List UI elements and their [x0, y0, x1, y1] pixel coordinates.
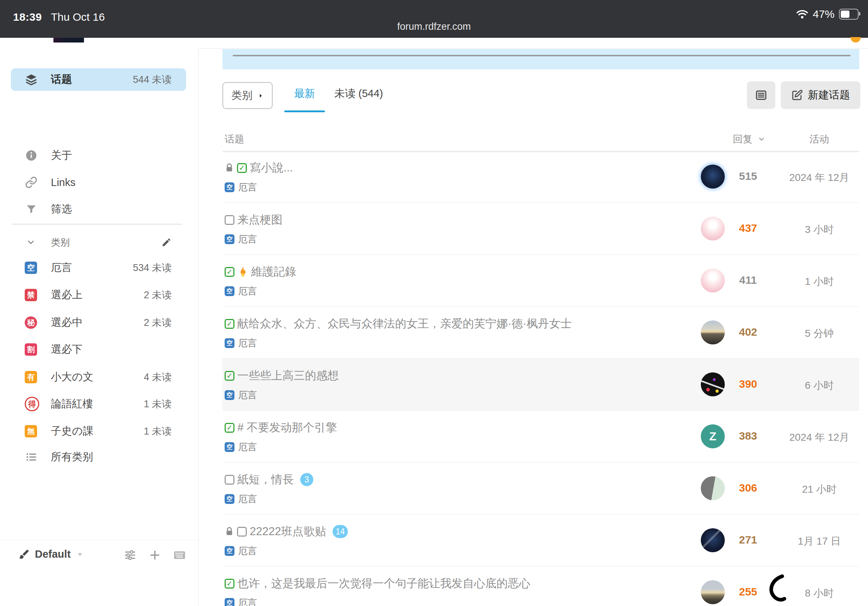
category-emoji-badge: 空: [225, 286, 234, 296]
column-replies-sort[interactable]: 回复: [722, 133, 773, 146]
plus-icon[interactable]: [149, 549, 161, 561]
topic-title[interactable]: # 不要发动那个引擎: [237, 420, 337, 435]
reply-count[interactable]: 437: [722, 222, 773, 234]
fire-icon: [237, 266, 248, 278]
edit-categories-icon[interactable]: [161, 237, 172, 247]
topic-title[interactable]: 寫小說...: [250, 160, 293, 175]
category-emoji-badge: 割: [25, 343, 37, 356]
sliders-icon[interactable]: [124, 549, 136, 561]
topic-category[interactable]: 空 厄言: [225, 389, 257, 402]
solved-checkbox-icon: ✓: [225, 319, 234, 329]
status-bar: 18:39 Thu Oct 16 forum.rdfzer.com 47%: [0, 0, 868, 38]
app-header: [0, 38, 868, 49]
reply-count[interactable]: 411: [722, 274, 773, 286]
banner-divider: [232, 55, 851, 56]
unread-posts-badge[interactable]: 3: [300, 473, 313, 486]
pinned-banner[interactable]: [222, 49, 859, 70]
theme-selector[interactable]: Default: [18, 548, 84, 560]
avatar[interactable]: [701, 216, 725, 241]
topic-row[interactable]: ✓ 寫小說... 空 厄言 515 2024 年 12月: [222, 151, 859, 203]
reply-count[interactable]: 306: [722, 482, 773, 494]
user-avatar[interactable]: [851, 37, 861, 43]
topic-category[interactable]: 空 厄言: [225, 181, 257, 194]
activity-time: 5 分钟: [772, 327, 866, 340]
topic-row[interactable]: ✓ 維護記錄 空 厄言 411 1 小时: [222, 255, 859, 307]
topic-row[interactable]: 紙短，情長 3 空 厄言 306 21 小时: [222, 462, 859, 515]
sidebar-item-topics[interactable]: 话题 544 未读: [11, 68, 186, 91]
topic-title[interactable]: 維護記錄: [251, 264, 296, 279]
reply-count[interactable]: 383: [722, 430, 773, 442]
topic-category[interactable]: 空 厄言: [225, 337, 257, 349]
category-filter-dropdown[interactable]: 类别: [222, 82, 273, 109]
site-logo[interactable]: [53, 38, 84, 43]
avatar-letter: Z: [709, 430, 716, 443]
sidebar-item-about[interactable]: 关于: [11, 144, 186, 167]
url-bar[interactable]: forum.rdfzer.com: [0, 21, 868, 32]
topic-title[interactable]: 22222班点歌贴: [250, 524, 326, 539]
avatar[interactable]: [701, 580, 725, 604]
topic-row[interactable]: 22222班点歌贴 14 空 厄言 271 1月 17 日: [222, 515, 859, 566]
keyboard-icon[interactable]: [174, 549, 186, 561]
sidebar-category-item[interactable]: 禁 選必上 2 未读: [11, 284, 186, 306]
topic-row[interactable]: ✓ 一些些上高三的感想 空 厄言 390 6 小时: [222, 359, 859, 411]
list-view-toggle-button[interactable]: [747, 81, 775, 109]
topic-title[interactable]: 也许，这是我最后一次觉得一个句子能让我发自心底的恶心: [237, 576, 530, 591]
topic-category[interactable]: 空 厄言: [225, 493, 257, 506]
avatar[interactable]: [701, 476, 725, 500]
avatar[interactable]: Z: [701, 424, 725, 448]
avatar[interactable]: [701, 269, 725, 292]
topic-title[interactable]: 来点梗图: [237, 212, 282, 227]
topic-category[interactable]: 空 厄言: [225, 544, 257, 557]
unsolved-checkbox-icon: [225, 215, 234, 225]
topic-category[interactable]: 空 厄言: [225, 441, 257, 453]
battery-icon: [839, 9, 859, 20]
chevron-down-icon: [758, 135, 766, 143]
solved-checkbox-icon: ✓: [225, 579, 234, 589]
topic-category[interactable]: 空 厄言: [225, 597, 257, 606]
avatar[interactable]: [701, 165, 725, 189]
pen-scribble-mark: [763, 574, 789, 606]
layers-icon: [25, 73, 38, 86]
reply-count[interactable]: 515: [722, 170, 773, 182]
category-emoji-badge: 空: [225, 442, 234, 452]
sidebar-category-item[interactable]: 割 選必下: [11, 338, 186, 361]
tab-latest[interactable]: 最新: [285, 87, 324, 101]
sidebar-item-all-categories[interactable]: 所有类别: [11, 446, 186, 468]
topic-title[interactable]: 献给众水、众方、众民与众律法的女王，亲爱的芙宁娜·德·枫丹女士: [237, 316, 572, 331]
unread-count: 544 未读: [133, 73, 172, 86]
topic-row[interactable]: ✓ # 不要发动那个引擎 空 厄言 Z 383 2024 年 12月: [222, 411, 859, 462]
topic-category[interactable]: 空 厄言: [225, 285, 257, 298]
avatar[interactable]: [701, 528, 725, 552]
categories-section-header[interactable]: 类别: [11, 232, 186, 253]
sidebar-category-item[interactable]: 空 厄言 534 未读: [11, 257, 186, 279]
topic-row[interactable]: 来点梗图 空 厄言 437 3 小时: [222, 203, 859, 255]
sidebar-category-item[interactable]: 無 子史の課 1 未读: [11, 420, 186, 442]
sidebar-category-item[interactable]: 秘 選必中 2 未读: [11, 311, 186, 334]
topic-row[interactable]: ✓ 献给众水、众方、众民与众律法的女王，亲爱的芙宁娜·德·枫丹女士 空 厄言 4…: [222, 307, 859, 359]
reply-count[interactable]: 390: [722, 378, 773, 390]
unread-count: 1 未读: [144, 397, 172, 411]
tab-unread[interactable]: 未读 (544): [335, 87, 383, 101]
topic-category[interactable]: 空 厄言: [225, 233, 257, 246]
reply-count[interactable]: 271: [722, 534, 773, 546]
avatar[interactable]: [701, 373, 725, 396]
sidebar-item-filter[interactable]: 筛选: [11, 198, 186, 221]
sidebar-category-item[interactable]: 得 論語紅樓 1 未读: [11, 393, 186, 415]
category-emoji-badge: 空: [225, 390, 234, 400]
solved-checkbox-icon: ✓: [225, 423, 234, 433]
sidebar-item-links[interactable]: Links: [11, 171, 186, 194]
topic-title[interactable]: 紙短，情長: [237, 472, 294, 487]
new-topic-button[interactable]: 新建话题: [781, 81, 860, 109]
unread-count: 4 未读: [144, 371, 172, 383]
avatar[interactable]: [701, 320, 725, 345]
chevron-down-icon: [76, 550, 84, 559]
sidebar-category-item[interactable]: 有 小大の文 4 未读: [11, 366, 186, 388]
info-icon: [25, 149, 38, 162]
unread-count: 2 未读: [144, 289, 172, 301]
reply-count[interactable]: 402: [722, 326, 773, 338]
topic-title[interactable]: 一些些上高三的感想: [237, 368, 339, 383]
list-icon: [25, 450, 38, 464]
chevron-down-icon[interactable]: [26, 238, 36, 247]
unread-posts-badge[interactable]: 14: [333, 525, 348, 538]
activity-time: 2024 年 12月: [772, 431, 866, 444]
